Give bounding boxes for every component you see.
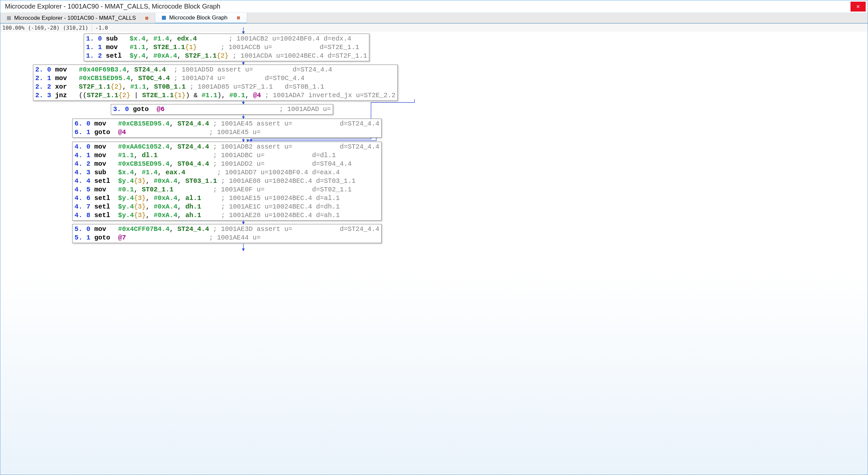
code-line: 5. 0 mov #0x4CFF07B4.4, ST24_4.4 ; 1001A… [74,225,379,234]
code-line: 4. 4 setl $y.4{3}, #0xA.4, ST03_1.1 ; 10… [74,177,379,185]
window-close-button[interactable]: ✕ [850,2,866,11]
tabstrip: Microcode Explorer - 1001AC90 - MMAT_CAL… [0,13,868,23]
code-line: 2. 2 xor ST2F_1.1{2}, #1.1, ST0B_1.1 ; 1… [35,83,395,91]
code-line: 2. 1 mov #0xCB15ED95.4, ST0C_4.4 ; 1001A… [35,74,395,83]
code-line: 4. 1 mov #1.1, dl.1 ; 1001ADBC u= d=dl.1 [74,151,379,160]
code-line: 4. 3 sub $x.4, #1.4, eax.4 ; 1001ADD7 u=… [74,168,379,177]
graph-area: 1. 0 sub $x.4, #1.4, edx.4 ; 1001ACB2 u=… [0,26,868,466]
tab-label: Microcode Block Graph [169,14,227,21]
block-node-b3[interactable]: 3. 0 goto @6 ; 1001ADAD u= [111,104,333,115]
window-title: Microcode Explorer - 1001AC90 - MMAT_CAL… [5,3,220,10]
code-line: 2. 0 mov #0x40F69B3.4, ST24_4.4 ; 1001AD… [35,66,395,74]
tab-close-icon[interactable]: ⊠ [145,16,148,20]
code-line: 4. 8 setl $y.4{3}, #0xA.4, ah.1 ; 1001AE… [74,211,379,220]
tab-close-icon[interactable]: ⊠ [237,16,240,20]
block-node-b1[interactable]: 1. 0 sub $x.4, #1.4, edx.4 ; 1001ACB2 u=… [84,34,369,61]
code-line: 1. 0 sub $x.4, #1.4, edx.4 ; 1001ACB2 u=… [86,35,367,43]
code-line: 3. 0 goto @6 ; 1001ADAD u= [113,105,331,114]
code-line: 4. 6 setl $y.4{3}, #0xA.4, al.1 ; 1001AE… [74,194,379,203]
close-icon: ✕ [856,4,860,9]
tab-block-graph[interactable]: Microcode Block Graph ⊠ [155,13,247,23]
code-line: 5. 1 goto @7 ; 1001AE44 u= [74,234,379,242]
code-line: 4. 7 setl $y.4{3}, #0xA.4, dh.1 ; 1001AE… [74,203,379,211]
code-line: 4. 2 mov #0xCB15ED95.4, ST04_4.4 ; 1001A… [74,160,379,168]
app-window: Microcode Explorer - 1001AC90 - MMAT_CAL… [0,0,868,475]
code-line: 6. 0 mov #0xCB15ED95.4, ST24_4.4 ; 1001A… [74,120,379,128]
doc-icon [162,16,166,20]
block-node-b4[interactable]: 4. 0 mov #0xAA6C1052.4, ST24_4.4 ; 1001A… [72,142,381,221]
tab-label: Microcode Explorer - 1001AC90 - MMAT_CAL… [14,15,136,22]
block-node-b5[interactable]: 5. 0 mov #0x4CFF07B4.4, ST24_4.4 ; 1001A… [72,224,381,243]
titlebar: Microcode Explorer - 1001AC90 - MMAT_CAL… [0,0,868,13]
code-line: 1. 2 setl $y.4, #0xA.4, ST2F_1.1{2} ; 10… [86,52,367,60]
code-line: 4. 0 mov #0xAA6C1052.4, ST24_4.4 ; 1001A… [74,143,379,151]
code-line: 2. 3 jnz ((ST2F_1.1{2} | ST2E_1.1{1}) & … [35,91,395,100]
code-line: 6. 1 goto @4 ; 1001AE45 u= [74,128,379,137]
code-line: 4. 5 mov #0.1, ST02_1.1 ; 1001AE0F u= d=… [74,185,379,194]
block-node-b2[interactable]: 2. 0 mov #0x40F69B3.4, ST24_4.4 ; 1001AD… [33,65,398,101]
tab-microcode-explorer[interactable]: Microcode Explorer - 1001AC90 - MMAT_CAL… [0,13,155,23]
code-line: 1. 1 mov #1.1, ST2E_1.1{1} ; 1001ACCB u=… [86,43,367,52]
doc-icon [7,16,11,20]
block-node-b6[interactable]: 6. 0 mov #0xCB15ED95.4, ST24_4.4 ; 1001A… [72,118,381,138]
graph-canvas[interactable]: 1. 0 sub $x.4, #1.4, edx.4 ; 1001ACB2 u=… [0,23,868,475]
